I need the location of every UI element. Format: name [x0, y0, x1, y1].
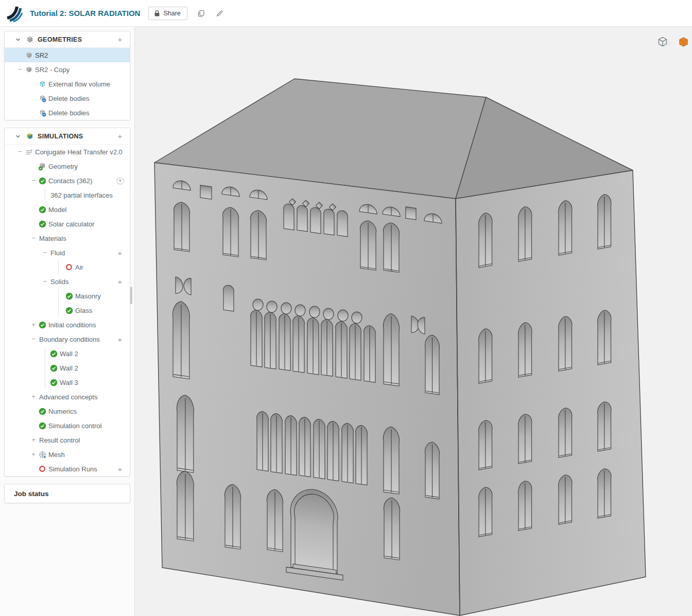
- tree-item-masonry[interactable]: Masonry: [5, 289, 130, 303]
- collapse-expander-icon[interactable]: [16, 148, 24, 156]
- tree-item-label: Materials: [39, 235, 66, 242]
- geometry-operations-icon[interactable]: [677, 35, 690, 48]
- tree-item-label: Fluid: [50, 249, 65, 257]
- tree-item-glass[interactable]: Glass: [5, 303, 130, 318]
- tree-item-label: 362 partial interfaces: [50, 191, 113, 199]
- job-status-card[interactable]: Job status: [4, 484, 130, 503]
- tree-item-label: Initial conditions: [48, 321, 96, 329]
- tree-item-result-control[interactable]: Result control: [5, 433, 130, 447]
- tree-item-label: Contacts (362): [48, 177, 92, 185]
- collapse-expander-icon[interactable]: [16, 65, 24, 74]
- add-boundary-condition-button[interactable]: [115, 335, 125, 344]
- tree-item-numerics[interactable]: Numerics: [5, 404, 130, 418]
- geometries-header[interactable]: GEOMETRIES: [5, 31, 130, 48]
- add-solid-material-button[interactable]: [115, 277, 125, 286]
- tree-item-label: Solids: [50, 278, 68, 286]
- tree-item-geometry[interactable]: Geometry: [5, 159, 130, 173]
- check-icon: [64, 292, 74, 300]
- tree-item-mesh[interactable]: Mesh: [5, 447, 130, 462]
- geometries-card: GEOMETRIES SR2 SR2 - Copy External flow …: [4, 31, 130, 120]
- tree-item-sr2[interactable]: SR2: [5, 48, 130, 62]
- check-icon: [64, 307, 74, 314]
- tree-item-wall-3[interactable]: Wall 3: [5, 375, 130, 390]
- tree-item-label: Numerics: [48, 408, 77, 415]
- collapse-expander-icon[interactable]: [29, 335, 38, 343]
- tree-item-label: External flow volume: [48, 80, 110, 88]
- incomplete-ring-icon: [64, 263, 74, 271]
- viewport-3d[interactable]: [134, 27, 692, 616]
- viewport-toolbar: [656, 35, 690, 48]
- geometry-icon: [24, 51, 33, 59]
- add-geometry-button[interactable]: [115, 35, 125, 44]
- tree-item-simulation-runs[interactable]: Simulation Runs: [5, 462, 130, 476]
- tree-item-delete-bodies-1[interactable]: Delete bodies: [5, 91, 130, 105]
- copy-project-icon[interactable]: [197, 9, 206, 18]
- tree-item-sr2-copy[interactable]: SR2 - Copy: [5, 62, 130, 77]
- lock-icon: [154, 10, 160, 17]
- chevron-down-icon[interactable]: [15, 37, 21, 43]
- filter-contacts-button[interactable]: [115, 176, 125, 185]
- mesh-icon: [38, 451, 47, 459]
- simulations-card: SIMULATIONS Conjugate Heat Transfer v2.0…: [4, 128, 130, 477]
- share-button[interactable]: Share: [148, 7, 187, 20]
- collapse-expander-icon[interactable]: [41, 249, 49, 257]
- tree-item-label: SR2 - Copy: [35, 66, 70, 74]
- add-fluid-material-button[interactable]: [115, 248, 125, 257]
- chevron-down-icon[interactable]: [15, 133, 21, 139]
- edit-title-icon[interactable]: [215, 9, 224, 18]
- tree-item-model[interactable]: Model: [5, 202, 130, 217]
- view-cube-icon[interactable]: [656, 35, 669, 48]
- delete-bodies-icon: [38, 109, 47, 117]
- add-simulation-run-button[interactable]: [115, 464, 125, 473]
- collapse-expander-icon[interactable]: [29, 177, 38, 185]
- collapse-expander-icon[interactable]: [29, 234, 38, 242]
- tree-item-initial-conditions[interactable]: Initial conditions: [5, 318, 130, 332]
- expand-expander-icon[interactable]: [29, 321, 38, 329]
- add-simulation-button[interactable]: [115, 132, 125, 141]
- app-logo-icon[interactable]: [5, 4, 24, 23]
- tree-item-wall-2b[interactable]: Wall 2: [5, 361, 130, 375]
- expand-expander-icon[interactable]: [29, 393, 38, 401]
- tree-item-label: Result control: [39, 436, 80, 444]
- job-status-label: Job status: [14, 490, 49, 498]
- expand-expander-icon[interactable]: [29, 436, 38, 444]
- tree-item-solar-calculator[interactable]: Solar calculator: [5, 217, 130, 231]
- delete-bodies-icon: [38, 95, 47, 102]
- tree-item-advanced-concepts[interactable]: Advanced concepts: [5, 390, 130, 404]
- building-model-scene[interactable]: [135, 27, 692, 616]
- tree-item-delete-bodies-2[interactable]: Delete bodies: [5, 105, 130, 120]
- geometry-icon: [24, 66, 33, 74]
- tree-item-partial-interfaces[interactable]: 362 partial interfaces: [5, 188, 130, 202]
- tree-item-external-flow-volume[interactable]: External flow volume: [5, 77, 130, 91]
- geometries-icon: [25, 36, 34, 44]
- tree-item-solids[interactable]: Solids: [5, 274, 130, 289]
- collapse-expander-icon[interactable]: [41, 277, 49, 286]
- incomplete-ring-icon: [38, 465, 47, 472]
- geometry-check-icon: [38, 162, 47, 171]
- simulations-header[interactable]: SIMULATIONS: [5, 128, 130, 145]
- tree-item-boundary-conditions[interactable]: Boundary conditions: [5, 332, 130, 346]
- tree-item-simulation-control[interactable]: Simulation control: [5, 418, 130, 433]
- tree-item-materials[interactable]: Materials: [5, 231, 130, 245]
- check-icon: [49, 379, 58, 386]
- tree-item-wall-2a[interactable]: Wall 2: [5, 346, 130, 361]
- flow-volume-icon: [38, 80, 47, 88]
- check-icon: [38, 408, 47, 415]
- panel-scrollbar-thumb[interactable]: [130, 287, 132, 304]
- expand-expander-icon[interactable]: [29, 450, 38, 459]
- tree-item-contacts[interactable]: Contacts (362): [5, 173, 130, 188]
- tree-item-air[interactable]: Air: [5, 260, 130, 274]
- tree-item-label: Wall 2: [60, 364, 78, 372]
- check-icon: [38, 206, 47, 214]
- tree-item-label: Delete bodies: [48, 95, 90, 102]
- top-bar: Tutorial 2: SOLAR RADIATION Share: [0, 0, 692, 27]
- tree-item-label: Simulation Runs: [48, 465, 97, 473]
- check-icon: [38, 177, 47, 185]
- tree-item-label: Advanced concepts: [39, 393, 97, 401]
- share-button-label: Share: [163, 10, 180, 17]
- tree-item-fluid[interactable]: Fluid: [5, 245, 130, 260]
- tree-item-conjugate-heat-transfer[interactable]: Conjugate Heat Transfer v2.0: [5, 145, 130, 159]
- tree-item-label: Geometry: [48, 163, 78, 170]
- simulations-header-label: SIMULATIONS: [38, 133, 83, 140]
- tree-item-label: Wall 3: [60, 379, 78, 386]
